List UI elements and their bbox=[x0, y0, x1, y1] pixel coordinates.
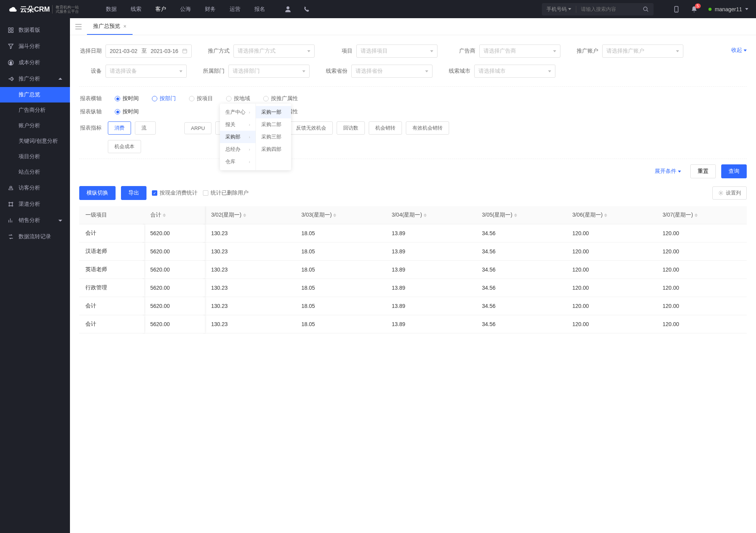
table-row: 汉语老师5620.00130.2318.0513.8934.56120.0012… bbox=[79, 243, 747, 261]
tab-overview[interactable]: 推广总预览 × bbox=[87, 18, 133, 35]
topnav-item[interactable]: 数据 bbox=[106, 6, 117, 13]
cascader-item[interactable]: 采购部› bbox=[220, 131, 255, 143]
v-axis-time[interactable]: 按时间 bbox=[115, 108, 139, 115]
topnav-item[interactable]: 公海 bbox=[180, 6, 191, 13]
column-header[interactable]: 3/04(星期一) bbox=[385, 206, 476, 224]
h-axis-attr[interactable]: 按推广属性 bbox=[263, 95, 298, 102]
sidebar-item[interactable]: 销售分析 bbox=[0, 212, 70, 229]
metric-consume[interactable]: 消费 bbox=[108, 121, 131, 135]
cascader-item[interactable]: 仓库› bbox=[220, 155, 255, 168]
notifications[interactable]: 5 bbox=[691, 6, 698, 13]
province-label: 线索省份 bbox=[325, 68, 347, 75]
sidebar-sub-item[interactable]: 推广总览 bbox=[0, 87, 70, 102]
metric-valid-convert[interactable]: 有效机会销转 bbox=[406, 121, 449, 135]
flow-icon bbox=[8, 234, 14, 240]
switch-button[interactable]: 横纵切换 bbox=[79, 186, 116, 200]
sidebar-item[interactable]: 数据流转记录 bbox=[0, 229, 70, 245]
project-select[interactable]: 请选择项目 bbox=[356, 44, 438, 58]
visitor-icon bbox=[8, 185, 14, 191]
metric-opp-cost[interactable]: 机会成本 bbox=[108, 140, 141, 153]
column-header[interactable]: 一级项目 bbox=[79, 206, 144, 224]
column-header[interactable]: 3/07(星期一) bbox=[656, 206, 747, 224]
column-header[interactable]: 3/03(星期一) bbox=[295, 206, 386, 224]
funnel-icon bbox=[8, 43, 14, 50]
table-cell: 5620.00 bbox=[144, 224, 205, 243]
metric-revisit[interactable]: 回访数 bbox=[337, 121, 365, 135]
column-header[interactable]: 3/02(星期一) bbox=[205, 206, 295, 224]
metric-flow[interactable]: 流 bbox=[135, 121, 156, 135]
table-cell: 13.89 bbox=[385, 297, 476, 315]
table-cell: 5620.00 bbox=[144, 315, 205, 333]
column-header[interactable]: 3/05(星期一) bbox=[476, 206, 566, 224]
h-axis-time[interactable]: 按时间 bbox=[115, 95, 139, 102]
content: 推广总预览 × 选择日期 2021-03-02 至 2021-03-16 bbox=[70, 18, 756, 533]
dept-select[interactable]: 请选择部门 bbox=[228, 65, 310, 78]
device-select[interactable]: 请选择设备 bbox=[106, 65, 187, 78]
column-header[interactable]: 合计 bbox=[144, 206, 205, 224]
topnav-item[interactable]: 报名 bbox=[254, 6, 265, 13]
city-select[interactable]: 请选择城市 bbox=[474, 65, 555, 78]
sidebar-sub-item[interactable]: 关键词/创意分析 bbox=[19, 133, 70, 149]
date-range-picker[interactable]: 2021-03-02 至 2021-03-16 bbox=[106, 44, 192, 58]
topnav-item[interactable]: 财务 bbox=[205, 6, 216, 13]
column-settings-button[interactable]: 设置列 bbox=[712, 186, 747, 200]
sidebar-sub-item[interactable]: 站点分析 bbox=[19, 164, 70, 180]
table-cell: 120.00 bbox=[656, 315, 747, 333]
cascader-item[interactable]: 总经办› bbox=[220, 143, 255, 155]
search-type-select[interactable]: 手机号码 bbox=[542, 6, 576, 13]
table-cell: 34.56 bbox=[476, 297, 566, 315]
promo-icon bbox=[8, 76, 14, 82]
chevron-right-icon: › bbox=[249, 110, 250, 114]
chevron-down-icon bbox=[307, 50, 310, 52]
account-select[interactable]: 请选择推广账户 bbox=[602, 44, 683, 58]
topnav-item[interactable]: 线索 bbox=[131, 6, 141, 13]
province-select[interactable]: 请选择省份 bbox=[351, 65, 432, 78]
sidebar-sub-item[interactable]: 广告商分析 bbox=[19, 102, 70, 118]
h-axis-project[interactable]: 按项目 bbox=[189, 95, 213, 102]
method-select[interactable]: 请选择推广方式 bbox=[233, 44, 315, 58]
topnav-icons bbox=[284, 6, 310, 13]
query-button[interactable]: 查询 bbox=[721, 164, 747, 178]
sidebar-item[interactable]: 渠道分析 bbox=[0, 196, 70, 212]
export-button[interactable]: 导出 bbox=[121, 186, 146, 200]
sidebar-item[interactable]: 数据看版 bbox=[0, 22, 70, 38]
cascader-item[interactable]: 采购一部 bbox=[256, 106, 291, 118]
cascader-item[interactable]: 采购三部 bbox=[256, 131, 291, 143]
collapse-filters[interactable]: 收起 bbox=[731, 47, 747, 54]
reset-button[interactable]: 重置 bbox=[690, 164, 716, 178]
cascader-item[interactable]: 报关› bbox=[220, 118, 255, 131]
sales-icon bbox=[8, 217, 14, 224]
column-header[interactable]: 3/06(星期一) bbox=[566, 206, 657, 224]
person-icon[interactable] bbox=[284, 6, 291, 13]
tab-close-icon[interactable]: × bbox=[123, 23, 126, 29]
sidebar-toggle[interactable] bbox=[70, 24, 87, 29]
cash-checkbox[interactable]: 按现金消费统计 bbox=[152, 190, 198, 196]
advertiser-select[interactable]: 请选择广告商 bbox=[479, 44, 560, 58]
sidebar-item[interactable]: 推广分析 bbox=[0, 71, 70, 87]
cascader-item[interactable]: 采购二部 bbox=[256, 118, 291, 131]
metric-arpu[interactable]: ARPU bbox=[184, 122, 211, 134]
sidebar-item[interactable]: 成本分析 bbox=[0, 55, 70, 71]
h-axis-dept[interactable]: 按部门 bbox=[152, 95, 176, 102]
device-icon[interactable] bbox=[673, 6, 680, 13]
user-menu[interactable]: manager11 bbox=[708, 6, 748, 12]
phone-icon[interactable] bbox=[303, 6, 310, 13]
table-cell: 120.00 bbox=[566, 224, 657, 243]
topnav-item[interactable]: 客户 bbox=[155, 6, 166, 13]
sidebar-sub-item[interactable]: 项目分析 bbox=[19, 149, 70, 164]
data-table: 一级项目合计3/02(星期一)3/03(星期一)3/04(星期一)3/05(星期… bbox=[79, 206, 747, 333]
expand-conditions[interactable]: 展开条件 bbox=[655, 168, 681, 175]
top-right: 5 manager11 bbox=[673, 6, 748, 13]
h-axis-region[interactable]: 按地域 bbox=[226, 95, 250, 102]
cascader-item[interactable]: 生产中心› bbox=[220, 106, 255, 118]
metric-invalid[interactable]: 反馈无效机会 bbox=[289, 121, 333, 135]
search-button[interactable] bbox=[638, 6, 654, 12]
sidebar-sub-item[interactable]: 账户分析 bbox=[19, 118, 70, 133]
topnav-item[interactable]: 运营 bbox=[230, 6, 240, 13]
search-input[interactable] bbox=[576, 6, 638, 12]
metric-convert[interactable]: 机会销转 bbox=[369, 121, 402, 135]
sidebar-item[interactable]: 访客分析 bbox=[0, 180, 70, 196]
sidebar-item[interactable]: 漏斗分析 bbox=[0, 38, 70, 55]
cascader-item[interactable]: 采购四部 bbox=[256, 143, 291, 155]
deleted-checkbox[interactable]: 统计已删除用户 bbox=[203, 190, 249, 196]
